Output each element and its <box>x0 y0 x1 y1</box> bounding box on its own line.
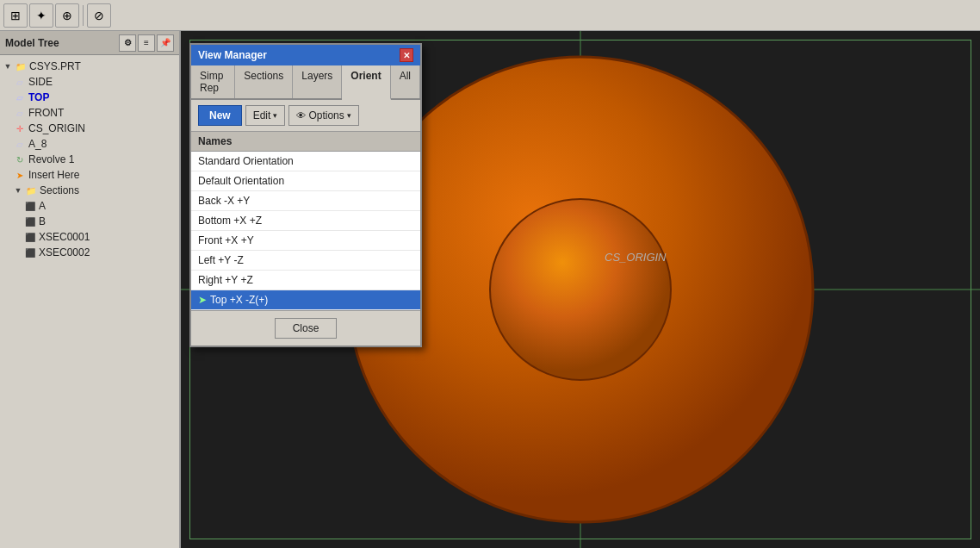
list-item-left-y-z[interactable]: Left +Y -Z <box>191 251 420 271</box>
tree-item-sections[interactable]: ▼ 📁 Sections <box>0 183 179 198</box>
panel-expand-btn[interactable]: ≡ <box>138 34 155 52</box>
tree-item-top[interactable]: ▱ TOP <box>0 90 179 105</box>
panel-pin-btn[interactable]: 📌 <box>157 34 174 52</box>
cs-icon: ✛ <box>14 122 26 134</box>
plane-icon: ▱ <box>14 138 26 150</box>
tree-item-csys-prt[interactable]: ▼ 📁 CSYS.PRT <box>0 59 179 74</box>
tab-orient[interactable]: Orient <box>342 65 390 100</box>
tree-item-revolve1[interactable]: ↻ Revolve 1 <box>0 152 179 167</box>
tree-label: SIDE <box>28 76 53 88</box>
tree-item-xsec0001[interactable]: ⬛ XSEC0001 <box>0 229 179 245</box>
dialog-title: View Manager <box>198 49 267 61</box>
revolve-icon: ↻ <box>14 153 26 165</box>
toolbar-btn-4[interactable]: ⊘ <box>87 3 111 28</box>
tree-item-side[interactable]: ▱ SIDE <box>0 74 179 90</box>
tree-label: A <box>39 200 46 212</box>
main-toolbar: ⊞ ✦ ⊕ ⊘ <box>0 0 980 31</box>
tree-label: A_8 <box>28 138 47 150</box>
section-icon: ⬛ <box>24 215 36 227</box>
tab-sections[interactable]: Sections <box>235 65 293 98</box>
item-label: Default Orientation <box>198 175 284 187</box>
svg-point-4 <box>490 199 671 380</box>
tree-item-sec-b[interactable]: ⬛ B <box>0 214 179 229</box>
panel-settings-btn[interactable]: ⚙ <box>119 34 136 52</box>
tree-label: TOP <box>28 91 49 103</box>
item-label: Left +Y -Z <box>198 254 244 266</box>
view-manager-dialog: View Manager ✕ Simp Rep Sections Layers … <box>189 43 422 347</box>
item-label: Right +Y +Z <box>198 274 253 286</box>
folder-icon: 📁 <box>15 60 27 72</box>
tree-item-sec-a[interactable]: ⬛ A <box>0 198 179 214</box>
expand-arrow: ▼ <box>3 62 12 71</box>
tree-label: FRONT <box>28 107 64 119</box>
list-item-bottom-x-z[interactable]: Bottom +X +Z <box>191 211 420 231</box>
edit-button[interactable]: Edit ▾ <box>245 105 286 126</box>
options-label: Options <box>308 109 344 121</box>
tree-content: ▼ 📁 CSYS.PRT ▱ SIDE ▱ TOP ▱ FRONT ✛ CS_O… <box>0 55 179 548</box>
active-arrow-icon: ➤ <box>198 294 207 306</box>
section-icon: ⬛ <box>24 200 36 212</box>
tree-label: Insert Here <box>28 169 79 181</box>
toolbar-btn-1[interactable]: ⊞ <box>3 3 28 28</box>
tree-item-a8[interactable]: ▱ A_8 <box>0 136 179 152</box>
list-header: Names <box>191 132 420 152</box>
plane-icon: ▱ <box>14 76 26 88</box>
panel-header: Model Tree ⚙ ≡ 📌 <box>0 31 179 55</box>
tree-label: Revolve 1 <box>28 153 74 165</box>
eye-icon: 👁 <box>296 110 306 121</box>
tree-item-front[interactable]: ▱ FRONT <box>0 105 179 121</box>
list-item-back-x-y[interactable]: Back -X +Y <box>191 191 420 211</box>
tree-label: CSYS.PRT <box>29 60 81 72</box>
toolbar-separator <box>83 5 84 26</box>
item-label: Back -X +Y <box>198 195 250 207</box>
options-arrow-icon: ▾ <box>347 111 351 120</box>
edit-arrow-icon: ▾ <box>273 111 277 120</box>
plane-icon: ▱ <box>14 91 26 103</box>
new-button[interactable]: New <box>198 105 242 126</box>
tree-item-insert[interactable]: ➤ Insert Here <box>0 167 179 183</box>
item-label: Bottom +X +Z <box>198 215 262 227</box>
dialog-close-button[interactable]: ✕ <box>400 48 413 62</box>
panel-header-icons: ⚙ ≡ 📌 <box>119 34 174 52</box>
dialog-tabs: Simp Rep Sections Layers Orient All <box>191 65 420 100</box>
dialog-toolbar: New Edit ▾ 👁 Options ▾ <box>191 100 420 132</box>
toolbar-btn-3[interactable]: ⊕ <box>55 3 79 28</box>
tree-label: B <box>39 215 46 227</box>
tree-item-xsec0002[interactable]: ⬛ XSEC0002 <box>0 245 179 260</box>
close-button[interactable]: Close <box>275 318 338 339</box>
tab-simp-rep[interactable]: Simp Rep <box>191 65 235 98</box>
item-label: Standard Orientation <box>198 155 294 167</box>
item-label: Front +X +Y <box>198 234 254 246</box>
insert-icon: ➤ <box>14 169 26 181</box>
folder-icon: 📁 <box>25 184 37 196</box>
dialog-titlebar: View Manager ✕ <box>191 45 420 65</box>
list-item-right-y-z[interactable]: Right +Y +Z <box>191 271 420 290</box>
expand-arrow: ▼ <box>14 186 22 195</box>
item-label: Top +X -Z(+) <box>210 294 268 306</box>
tree-label: XSEC0002 <box>39 246 90 258</box>
tab-all[interactable]: All <box>391 65 420 98</box>
section-icon: ⬛ <box>24 246 36 258</box>
list-item-top-x-z[interactable]: ➤ Top +X -Z(+) <box>191 290 420 310</box>
tab-layers[interactable]: Layers <box>293 65 342 98</box>
tree-label: CS_ORIGIN <box>28 122 85 134</box>
toolbar-btn-2[interactable]: ✦ <box>29 3 53 28</box>
list-item-default-orientation[interactable]: Default Orientation <box>191 171 420 191</box>
tree-label: XSEC0001 <box>39 231 90 243</box>
panel-title: Model Tree <box>5 37 59 49</box>
dialog-footer: Close <box>191 310 420 346</box>
tree-label: Sections <box>40 184 79 196</box>
list-item-front-x-y[interactable]: Front +X +Y <box>191 231 420 251</box>
list-item-standard-orientation[interactable]: Standard Orientation <box>191 152 420 171</box>
model-tree-panel: Model Tree ⚙ ≡ 📌 ▼ 📁 CSYS.PRT ▱ SIDE ▱ T… <box>0 31 181 548</box>
edit-label: Edit <box>253 109 271 121</box>
section-icon: ⬛ <box>24 231 36 243</box>
orientation-list: Standard Orientation Default Orientation… <box>191 152 420 310</box>
tree-item-cs-origin[interactable]: ✛ CS_ORIGIN <box>0 121 179 136</box>
plane-icon: ▱ <box>14 107 26 119</box>
options-button[interactable]: 👁 Options ▾ <box>288 105 358 126</box>
